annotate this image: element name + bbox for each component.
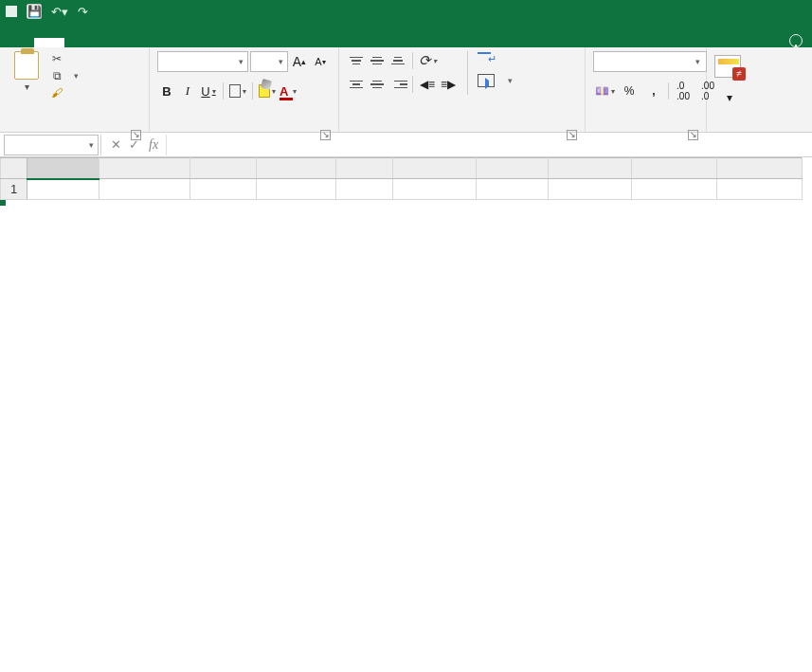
col-header-A[interactable] bbox=[27, 158, 99, 179]
undo-icon[interactable]: ↶▾ bbox=[51, 5, 68, 19]
font-color-icon: A bbox=[280, 84, 291, 99]
ribbon-tabs bbox=[0, 23, 812, 47]
tab-insert[interactable] bbox=[64, 38, 95, 47]
group-styles: ▾ bbox=[707, 47, 811, 132]
col-header-I[interactable] bbox=[632, 158, 717, 179]
row-header[interactable]: 1 bbox=[1, 179, 27, 200]
group-alignment: ⟳ ◀≡ ≡▶ ▾ ↘ bbox=[339, 47, 586, 132]
conditional-formatting-icon bbox=[714, 55, 741, 78]
decrease-font-button[interactable]: A▾ bbox=[311, 52, 330, 71]
cell[interactable] bbox=[336, 179, 393, 200]
tab-addins[interactable] bbox=[277, 38, 307, 47]
tab-data[interactable] bbox=[155, 38, 186, 47]
paste-button[interactable]: ▾ bbox=[8, 51, 45, 92]
cut-button[interactable]: ✂ bbox=[49, 51, 79, 66]
font-launcher-icon[interactable]: ↘ bbox=[320, 130, 331, 140]
redo-icon[interactable]: ↷ bbox=[78, 5, 88, 19]
brush-icon: 🖌 bbox=[49, 85, 64, 100]
select-all-corner[interactable] bbox=[1, 158, 27, 179]
increase-decimal-button[interactable]: .0.00 bbox=[672, 82, 695, 100]
tab-review[interactable] bbox=[186, 38, 216, 47]
cell[interactable] bbox=[99, 179, 190, 200]
lightbulb-icon bbox=[789, 34, 803, 47]
cell[interactable] bbox=[27, 179, 99, 200]
center-align-button[interactable] bbox=[368, 76, 387, 93]
cell[interactable] bbox=[632, 179, 717, 200]
col-header-B[interactable] bbox=[99, 158, 190, 179]
border-button[interactable] bbox=[228, 82, 247, 100]
group-label-number: ↘ bbox=[593, 128, 698, 130]
tab-team[interactable] bbox=[307, 38, 337, 47]
group-clipboard: ▾ ✂ ⧉▾ 🖌 ↘ bbox=[0, 47, 150, 132]
font-name-select[interactable]: ▾ bbox=[157, 51, 248, 72]
copy-icon: ⧉ bbox=[49, 68, 64, 83]
middle-align-button[interactable] bbox=[368, 52, 387, 69]
ribbon: ▾ ✂ ⧉▾ 🖌 ↘ ▾ ▾ A▴ A▾ B I U bbox=[0, 47, 812, 133]
wrap-text-button[interactable] bbox=[478, 51, 513, 66]
tell-me-search[interactable] bbox=[789, 34, 812, 47]
merge-icon bbox=[478, 74, 495, 87]
cell[interactable] bbox=[549, 179, 632, 200]
italic-button[interactable]: I bbox=[178, 82, 197, 100]
worksheet-grid[interactable]: 1 bbox=[0, 157, 812, 200]
paste-icon bbox=[14, 51, 39, 80]
decrease-indent-button[interactable]: ◀≡ bbox=[418, 76, 437, 93]
left-align-button[interactable] bbox=[347, 76, 366, 93]
scissors-icon: ✂ bbox=[49, 51, 64, 66]
percent-button[interactable]: % bbox=[618, 82, 641, 100]
fill-icon bbox=[259, 84, 270, 98]
fill-color-button[interactable] bbox=[258, 82, 277, 100]
orientation-button[interactable]: ⟳ bbox=[418, 51, 437, 70]
top-align-button[interactable] bbox=[347, 52, 366, 69]
col-header-H[interactable] bbox=[549, 158, 632, 179]
paste-dropdown[interactable]: ▾ bbox=[25, 82, 29, 92]
alignment-launcher-icon[interactable]: ↘ bbox=[567, 130, 577, 140]
cell[interactable] bbox=[393, 179, 477, 200]
fx-icon[interactable]: fx bbox=[149, 137, 158, 153]
increase-font-button[interactable]: A▴ bbox=[290, 52, 309, 71]
border-icon bbox=[229, 84, 241, 98]
increase-indent-button[interactable]: ≡▶ bbox=[439, 76, 458, 93]
col-header-J[interactable] bbox=[717, 158, 803, 179]
font-color-button[interactable]: A bbox=[279, 82, 298, 100]
col-header-F[interactable] bbox=[393, 158, 477, 179]
group-label-font: ↘ bbox=[157, 128, 331, 130]
copy-button[interactable]: ⧉▾ bbox=[49, 68, 79, 83]
group-label-alignment: ↘ bbox=[347, 128, 577, 130]
tab-developer[interactable] bbox=[246, 38, 277, 47]
col-header-E[interactable] bbox=[336, 158, 393, 179]
tab-formulas[interactable] bbox=[125, 38, 155, 47]
cell[interactable] bbox=[190, 179, 257, 200]
conditional-formatting-button[interactable]: ▾ bbox=[714, 51, 741, 104]
underline-button[interactable]: U bbox=[199, 82, 218, 100]
tab-page-layout[interactable] bbox=[95, 38, 125, 47]
cell[interactable] bbox=[477, 179, 549, 200]
cancel-formula-icon[interactable]: ✕ bbox=[111, 137, 121, 152]
wrap-text-icon bbox=[478, 51, 495, 66]
col-header-C[interactable] bbox=[190, 158, 257, 179]
number-format-select[interactable]: ▾ bbox=[593, 51, 707, 72]
tab-home[interactable] bbox=[34, 38, 64, 47]
clipboard-launcher-icon[interactable]: ↘ bbox=[131, 130, 141, 140]
save-icon[interactable]: 💾 bbox=[27, 4, 42, 19]
cell[interactable] bbox=[717, 179, 803, 200]
group-font: ▾ ▾ A▴ A▾ B I U A ↘ bbox=[150, 47, 339, 132]
merge-center-button[interactable]: ▾ bbox=[478, 74, 513, 87]
number-launcher-icon[interactable]: ↘ bbox=[688, 130, 698, 140]
col-header-G[interactable] bbox=[477, 158, 549, 179]
formula-input[interactable] bbox=[166, 135, 812, 155]
cell[interactable] bbox=[257, 179, 336, 200]
bottom-align-button[interactable] bbox=[388, 52, 407, 69]
comma-button[interactable]: , bbox=[642, 82, 665, 100]
accounting-format-button[interactable]: 💷 bbox=[593, 82, 616, 100]
app-icon bbox=[6, 6, 17, 17]
quick-access-toolbar: 💾 ↶▾ ↷ bbox=[0, 0, 812, 23]
name-box[interactable]: ▾ bbox=[4, 135, 99, 155]
bold-button[interactable]: B bbox=[157, 82, 176, 100]
tab-file[interactable] bbox=[4, 38, 34, 47]
col-header-D[interactable] bbox=[257, 158, 336, 179]
font-size-select[interactable]: ▾ bbox=[250, 51, 288, 72]
right-align-button[interactable] bbox=[388, 76, 407, 93]
tab-view[interactable] bbox=[216, 38, 246, 47]
format-painter-button[interactable]: 🖌 bbox=[49, 85, 79, 100]
